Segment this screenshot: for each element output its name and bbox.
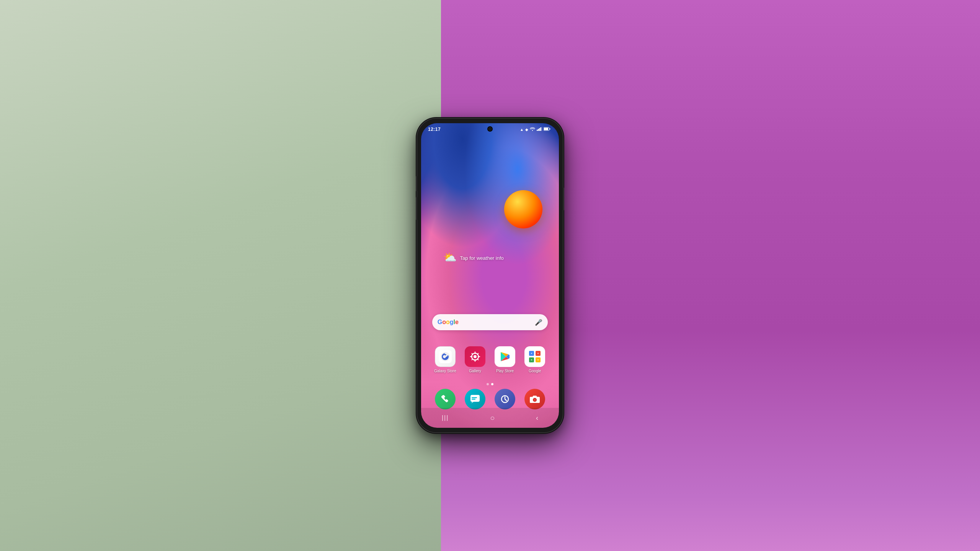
svg-rect-24 (531, 353, 532, 354)
camera-cutout (487, 126, 493, 132)
svg-rect-5 (541, 127, 542, 131)
svg-rect-3 (539, 128, 540, 131)
page-dot-1 (487, 383, 489, 385)
microphone-icon[interactable]: 🎤 (535, 319, 542, 326)
dock-phone[interactable] (432, 389, 458, 409)
dock-camera[interactable] (522, 389, 548, 409)
home-button[interactable]: ○ (490, 414, 495, 422)
camera-icon (524, 389, 545, 409)
dock-messages[interactable] (462, 389, 488, 409)
google-icon (524, 346, 545, 367)
phone-body: 12:17 ▲ ◆ (417, 119, 563, 432)
svg-rect-2 (538, 129, 539, 131)
notification-icon: ▲ (520, 127, 524, 132)
svg-rect-25 (537, 353, 539, 354)
google-search-bar[interactable]: Google 🎤 (432, 314, 548, 330)
svg-rect-8 (544, 128, 548, 130)
battery-icon (544, 127, 550, 132)
svg-rect-31 (472, 399, 475, 400)
signal-icon (537, 127, 542, 132)
recent-apps-button[interactable]: ||| (442, 414, 449, 421)
app-play-store[interactable]: Play Store (492, 346, 518, 373)
wallpaper-decoration-ball (504, 190, 542, 228)
status-icons: ▲ ◆ (520, 127, 550, 132)
svg-point-11 (474, 355, 477, 358)
gallery-icon (465, 346, 485, 367)
dock (432, 389, 548, 409)
svg-point-34 (534, 399, 536, 401)
google-label: Google (529, 369, 541, 373)
background-left (0, 0, 490, 551)
phone-icon (435, 389, 456, 409)
messages-icon (465, 389, 485, 409)
page-dot-2 (491, 383, 493, 385)
app-grid: Galaxy Store (432, 346, 548, 373)
svg-rect-1 (537, 130, 538, 131)
phone-screen: 12:17 ▲ ◆ (421, 123, 559, 428)
galaxy-store-icon (435, 346, 456, 367)
power-button (563, 187, 564, 210)
status-time: 12:17 (428, 127, 441, 132)
dock-samsung-store[interactable] (492, 389, 518, 409)
svg-point-0 (532, 130, 533, 131)
location-icon: ◆ (525, 127, 528, 132)
page-dots (487, 383, 493, 385)
svg-rect-30 (472, 397, 477, 398)
wallpaper (421, 123, 559, 428)
wifi-icon (530, 127, 535, 132)
play-store-label: Play Store (496, 369, 514, 373)
svg-rect-28 (470, 395, 480, 402)
volume-down-button (416, 197, 417, 220)
play-store-icon (495, 346, 515, 367)
nav-bar: ||| ○ ‹ (421, 408, 559, 428)
svg-rect-7 (550, 129, 550, 130)
app-google[interactable]: Google (522, 346, 548, 373)
svg-rect-27 (537, 359, 539, 360)
app-galaxy-store[interactable]: Galaxy Store (432, 346, 458, 373)
svg-rect-4 (540, 127, 541, 131)
google-logo: Google (438, 319, 459, 326)
galaxy-store-label: Galaxy Store (434, 369, 456, 373)
samsung-store-icon (495, 389, 515, 409)
app-gallery[interactable]: Gallery (462, 346, 488, 373)
weather-widget[interactable]: ⛅ Tap for weather info (443, 251, 504, 265)
phone-device: 12:17 ▲ ◆ (417, 119, 563, 432)
back-button[interactable]: ‹ (536, 414, 538, 422)
svg-rect-26 (531, 359, 532, 360)
gallery-label: Gallery (469, 369, 481, 373)
camera-lens (488, 127, 492, 130)
weather-icon: ⛅ (443, 251, 457, 265)
volume-up-button (416, 176, 417, 191)
weather-text: Tap for weather info (460, 255, 504, 261)
